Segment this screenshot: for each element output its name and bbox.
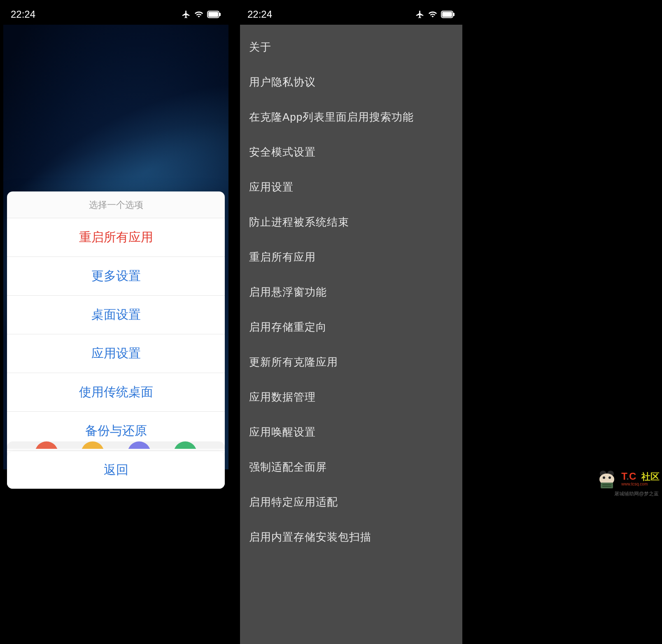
settings-item-safe-mode[interactable]: 安全模式设置	[240, 135, 462, 170]
settings-item-floating-window[interactable]: 启用悬浮窗功能	[240, 275, 462, 310]
sheet-item-restart-all[interactable]: 重启所有应用	[7, 218, 225, 257]
settings-item-internal-scan[interactable]: 启用内置存储安装包扫描	[240, 520, 462, 555]
svg-rect-11	[601, 483, 613, 488]
settings-item-restart-all[interactable]: 重启所有应用	[240, 240, 462, 275]
battery-icon	[441, 11, 455, 18]
watermark-title-c: C	[629, 471, 636, 482]
svg-point-9	[603, 476, 605, 479]
status-bar-left: 22:24	[3, 4, 228, 25]
phone-screen-left: 22:24 选择一个选项 重启所有应用 更	[3, 4, 228, 644]
settings-item-storage-redirect[interactable]: 启用存储重定向	[240, 310, 462, 345]
status-time: 22:24	[11, 9, 35, 20]
watermark-title-t: T	[621, 471, 626, 482]
watermark-tagline: 屠城辅助网@梦之蓝	[614, 490, 659, 497]
status-bar-right: 22:24	[240, 4, 462, 25]
dock-icon	[174, 441, 197, 449]
wifi-icon	[428, 10, 438, 19]
dock-icon	[81, 441, 104, 449]
battery-icon	[207, 11, 221, 18]
dock-preview	[7, 441, 225, 449]
settings-item-specific-adapt[interactable]: 启用特定应用适配	[240, 485, 462, 520]
svg-rect-5	[453, 13, 455, 16]
back-button[interactable]: 返回	[7, 452, 225, 488]
dock-icon	[35, 441, 58, 449]
phone-screen-right: 22:24 关于 用户隐私协议 在克隆App列表里面启用搜	[240, 4, 462, 644]
settings-item-update-clones[interactable]: 更新所有克隆应用	[240, 345, 462, 380]
sheet-item-more-settings[interactable]: 更多设置	[7, 257, 225, 296]
settings-item-wake-settings[interactable]: 应用唤醒设置	[240, 415, 462, 450]
settings-item-about[interactable]: 关于	[240, 30, 462, 65]
svg-rect-4	[442, 12, 452, 17]
sheet-item-desktop-settings[interactable]: 桌面设置	[7, 296, 225, 334]
watermark-text: T.C 社区 www.tcsq.com	[621, 471, 660, 486]
watermark-logo-icon	[595, 469, 620, 489]
sheet-title: 选择一个选项	[7, 191, 225, 218]
watermark-title-sq: 社区	[641, 471, 660, 482]
settings-item-privacy[interactable]: 用户隐私协议	[240, 65, 462, 100]
screen-left: 22:24 选择一个选项 重启所有应用 更	[3, 4, 228, 644]
status-time: 22:24	[247, 9, 272, 20]
watermark-title-dot: .	[626, 471, 629, 482]
watermark-url: www.tcsq.com	[621, 482, 660, 486]
settings-item-clone-search[interactable]: 在克隆App列表里面启用搜索功能	[240, 100, 462, 135]
airplane-mode-icon	[415, 10, 424, 19]
dock-icon	[128, 441, 151, 449]
svg-rect-13	[602, 486, 611, 487]
sheet-item-app-settings[interactable]: 应用设置	[7, 334, 225, 373]
settings-item-force-fullscreen[interactable]: 强制适配全面屏	[240, 450, 462, 485]
wifi-icon	[194, 10, 204, 19]
airplane-mode-icon	[182, 10, 191, 19]
settings-item-prevent-kill[interactable]: 防止进程被系统结束	[240, 205, 462, 240]
watermark: T.C 社区 www.tcsq.com	[595, 469, 660, 489]
svg-rect-2	[219, 13, 221, 16]
screen-right: 22:24 关于 用户隐私协议 在克隆App列表里面启用搜	[240, 4, 462, 644]
settings-item-app-settings[interactable]: 应用设置	[240, 170, 462, 205]
sheet-item-traditional-desktop[interactable]: 使用传统桌面	[7, 373, 225, 412]
settings-item-data-manage[interactable]: 应用数据管理	[240, 380, 462, 415]
settings-list: 关于 用户隐私协议 在克隆App列表里面启用搜索功能 安全模式设置 应用设置 防…	[240, 25, 462, 560]
svg-rect-12	[602, 484, 611, 485]
svg-point-10	[608, 476, 611, 479]
svg-rect-1	[208, 12, 218, 17]
